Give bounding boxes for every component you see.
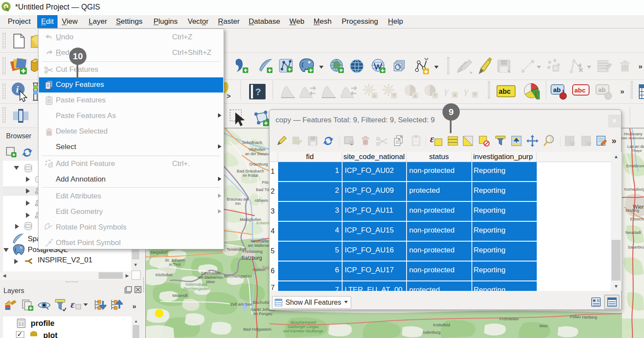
svg-text:Mittersill: Mittersill <box>173 293 188 298</box>
svg-text:Zell am See: Zell am See <box>231 302 253 306</box>
svg-text:Ortenburg: Ortenburg <box>250 162 268 166</box>
svg-text:Sauerbrunn: Sauerbrunn <box>628 245 644 249</box>
svg-text:ε: ε <box>70 299 75 310</box>
svg-text:Judenburg: Judenburg <box>422 330 441 335</box>
svg-text:Berchtesgaden: Berchtesgaden <box>183 287 210 291</box>
svg-text:Neustadt: Neustadt <box>625 230 641 235</box>
svg-text:Kitzbühel: Kitzbühel <box>155 272 172 277</box>
svg-text:i: i <box>16 84 19 95</box>
svg-text:und Kärntner Nockberge: und Kärntner Nockberge <box>283 329 324 333</box>
svg-text:Vilshofen: Vilshofen <box>249 147 266 152</box>
svg-text:Schöllnach: Schöllnach <box>242 140 262 145</box>
svg-text:Altheim: Altheim <box>254 198 268 203</box>
svg-text:nad Jevišovkou: nad Jevišovkou <box>621 136 644 140</box>
svg-text:Berchtesgaden: Berchtesgaden <box>224 274 252 278</box>
svg-text:Hartberg: Hartberg <box>582 315 597 319</box>
svg-text:Inn: Inn <box>235 201 241 206</box>
svg-text:Meer: Meer <box>206 280 215 284</box>
svg-text:Neumarkt: Neumarkt <box>250 239 269 243</box>
svg-text:im Rottal: im Rottal <box>243 173 258 178</box>
svg-text:Saalfelden: Saalfelden <box>201 271 221 275</box>
svg-text:Freilassing: Freilassing <box>243 249 263 254</box>
svg-text:Salzburg: Salzburg <box>241 255 262 261</box>
svg-text:>: > <box>227 92 231 100</box>
svg-text:Bad Hofgastein: Bad Hofgastein <box>244 327 272 332</box>
svg-text:in Tirol: in Tirol <box>169 262 181 267</box>
svg-text:abc: abc <box>499 88 511 95</box>
svg-text:am Wallersee: am Wallersee <box>248 243 272 248</box>
svg-text:Ebreichsd: Ebreichsd <box>630 217 644 221</box>
svg-text:Ernstbrunn: Ernstbrunn <box>626 164 644 168</box>
svg-text:ab: ab <box>553 86 561 93</box>
svg-text:Frohnleiten: Frohnleiten <box>499 317 519 321</box>
svg-text:Braunau am: Braunau am <box>227 197 249 201</box>
svg-text:Laa an der: Laa an der <box>627 144 644 149</box>
svg-text:Bad Griesbach: Bad Griesbach <box>237 169 264 173</box>
svg-text:abc: abc <box>574 86 586 94</box>
svg-text:Bad Tö: Bad Tö <box>256 187 269 192</box>
svg-text:Salzburger Lungau: Salzburger Lungau <box>288 325 319 329</box>
svg-text:an der Donau: an der Donau <box>245 152 269 156</box>
svg-text:Knittelfeld: Knittelfeld <box>433 323 450 327</box>
svg-text:Korneuburg: Korneuburg <box>624 187 644 191</box>
svg-text:Pöllau: Pöllau <box>570 315 580 319</box>
svg-text:Nationalpark: Nationalpark <box>186 282 208 287</box>
svg-text:ε: ε <box>430 134 434 144</box>
svg-text:Hrušovany: Hrušovany <box>624 132 643 136</box>
svg-text:γ: γ <box>464 85 468 96</box>
svg-text:St. Johann: St. Johann <box>165 258 184 262</box>
svg-text:Mödling: Mödling <box>625 208 639 213</box>
svg-text:am Steinernen: am Steinernen <box>198 275 224 280</box>
svg-text:γ: γ <box>444 85 449 96</box>
svg-text:ab: ab <box>598 86 606 93</box>
svg-text:Weiz: Weiz <box>539 324 548 328</box>
svg-text:Thaya: Thaya <box>632 149 642 153</box>
svg-text:?: ? <box>255 86 261 97</box>
svg-text:im Pongau: im Pongau <box>253 312 272 316</box>
svg-text:Biosphärenpark: Biosphärenpark <box>290 320 316 325</box>
